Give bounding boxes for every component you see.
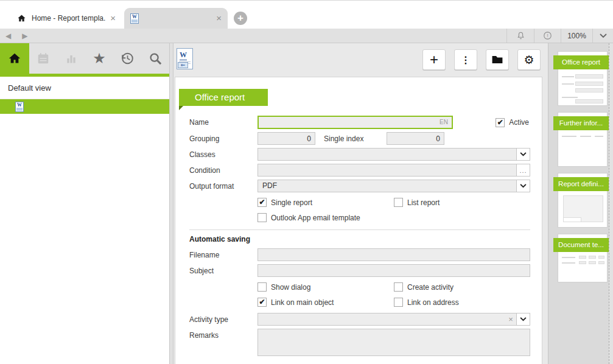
more-options-button[interactable]: ⋮	[454, 49, 477, 70]
language-indicator: EN	[440, 119, 448, 125]
output-format-value: PDF	[258, 180, 516, 192]
sidebar-tab-charts	[57, 43, 85, 74]
filename-input[interactable]	[257, 248, 530, 261]
word-template-icon: W ⇐	[177, 48, 193, 69]
tab-home-close-icon[interactable]: ×	[110, 14, 116, 23]
active-label: Active	[509, 118, 529, 127]
info-mark: !	[547, 33, 548, 38]
clear-icon[interactable]: ×	[505, 313, 516, 325]
output-format-dropdown[interactable]: PDF	[257, 180, 530, 192]
section-divider	[189, 229, 530, 230]
name-field-wrap: EN	[257, 116, 453, 129]
list-report-label: List report	[407, 198, 440, 207]
active-group: ✔ Active	[496, 118, 530, 127]
sidebar-tab-favorites[interactable]: ★	[85, 43, 113, 74]
activity-type-label: Activity type	[189, 315, 257, 324]
minimap-scrollbar[interactable]	[609, 43, 613, 364]
link-address-checkbox[interactable]	[394, 298, 403, 307]
tab-report-template[interactable]: W ×	[124, 8, 228, 29]
outlook-template-label: Outlook App email template	[271, 214, 360, 222]
folder-button[interactable]	[486, 49, 509, 70]
sidebar-tab-history[interactable]	[113, 43, 141, 74]
folder-icon	[491, 55, 503, 65]
link-main-object-checkbox[interactable]: ✔	[257, 298, 267, 307]
show-dialog-label: Show dialog	[271, 283, 310, 292]
default-view-header[interactable]: Default view	[0, 77, 169, 99]
remarks-textarea[interactable]	[257, 329, 530, 356]
bar-chart-icon	[65, 52, 78, 65]
left-sidebar: ★	[0, 43, 169, 364]
import-arrow-icon: ⇐	[178, 62, 188, 68]
chevron-down-icon	[520, 152, 527, 156]
sidebar-tab-home[interactable]	[0, 43, 29, 74]
show-dialog-checkbox[interactable]	[257, 282, 267, 292]
link-main-object-label: Link on main object	[271, 298, 334, 307]
minimap-section-report-definition[interactable]: Report defini...	[548, 173, 609, 234]
info-button[interactable]: !	[534, 29, 561, 43]
name-input[interactable]	[257, 116, 453, 129]
report-form-panel: Office report Name EN ✔ Active	[175, 77, 542, 364]
panel-splitter[interactable]	[169, 43, 173, 364]
add-button[interactable]: +	[422, 49, 446, 70]
single-report-label: Single report	[271, 198, 312, 207]
bell-icon	[516, 31, 525, 40]
plus-icon: +	[430, 54, 438, 66]
grouping-input[interactable]	[257, 132, 315, 145]
activity-type-dropdown[interactable]: ×	[257, 313, 530, 326]
navigation-toolbar: ◀ ▶ ! 100%	[0, 29, 613, 43]
forward-button[interactable]: ▶	[16, 32, 33, 40]
zoom-dropdown-button[interactable]	[592, 29, 613, 43]
grouping-label: Grouping	[189, 135, 257, 143]
zoom-level[interactable]: 100%	[561, 29, 592, 43]
back-button[interactable]: ◀	[0, 32, 16, 40]
automatic-saving-title: Automatic saving	[189, 235, 530, 243]
word-document-icon: W	[130, 13, 139, 24]
application-window: Home - Report templa... × W × + ◀ ▶	[0, 0, 613, 364]
classes-dropdown[interactable]	[257, 148, 530, 161]
tab-report-close-icon[interactable]: ×	[216, 14, 222, 23]
active-checkbox[interactable]: ✔	[496, 118, 505, 127]
single-report-checkbox[interactable]: ✔	[257, 198, 267, 207]
minimap-label: Further infor...	[553, 116, 609, 130]
minimap-label: Document te...	[553, 238, 609, 252]
minimap-label: Report defini...	[553, 177, 609, 191]
output-format-label: Output format	[189, 182, 257, 191]
link-address-label: Link on address	[407, 298, 459, 307]
condition-value	[258, 164, 516, 176]
search-icon	[149, 52, 163, 66]
list-report-checkbox[interactable]	[394, 198, 403, 207]
condition-field[interactable]: ...	[257, 164, 530, 177]
minimap-label: Office report	[553, 55, 609, 69]
chevron-down-icon	[520, 184, 527, 188]
ellipsis-icon: ...	[519, 167, 527, 173]
chevron-down-icon	[600, 33, 607, 38]
condition-browse-button[interactable]: ...	[516, 164, 530, 176]
subject-input[interactable]	[257, 264, 530, 277]
tab-home[interactable]: Home - Report templa... ×	[11, 8, 122, 29]
minimap-section-document-template[interactable]: Document te...	[548, 234, 609, 295]
create-activity-checkbox[interactable]	[394, 282, 403, 292]
sidebar-icon-bar: ★	[0, 43, 169, 74]
gear-icon: ⚙	[524, 53, 534, 67]
subject-label: Subject	[189, 267, 257, 275]
name-label: Name	[189, 118, 257, 127]
sidebar-tab-search[interactable]	[141, 43, 169, 74]
remarks-label: Remarks	[189, 331, 257, 340]
classes-label: Classes	[189, 150, 257, 159]
home-icon	[17, 14, 26, 23]
output-format-dropdown-button[interactable]	[516, 180, 530, 192]
report-template-list-item[interactable]: W	[0, 99, 169, 114]
activity-type-dropdown-button[interactable]	[516, 313, 530, 325]
notifications-button[interactable]	[506, 29, 534, 43]
settings-button[interactable]: ⚙	[517, 49, 541, 70]
single-index-input[interactable]	[387, 132, 444, 145]
minimap-section-further-information[interactable]: Further infor...	[548, 112, 609, 173]
create-activity-label: Create activity	[407, 283, 454, 292]
new-tab-button[interactable]: +	[234, 12, 247, 25]
history-icon	[120, 51, 135, 66]
word-document-icon: W	[15, 102, 24, 112]
minimap-section-office-report[interactable]: Office report	[548, 51, 609, 112]
outlook-template-checkbox[interactable]	[257, 213, 267, 222]
info-icon: !	[543, 31, 552, 40]
classes-dropdown-button[interactable]	[516, 149, 530, 160]
